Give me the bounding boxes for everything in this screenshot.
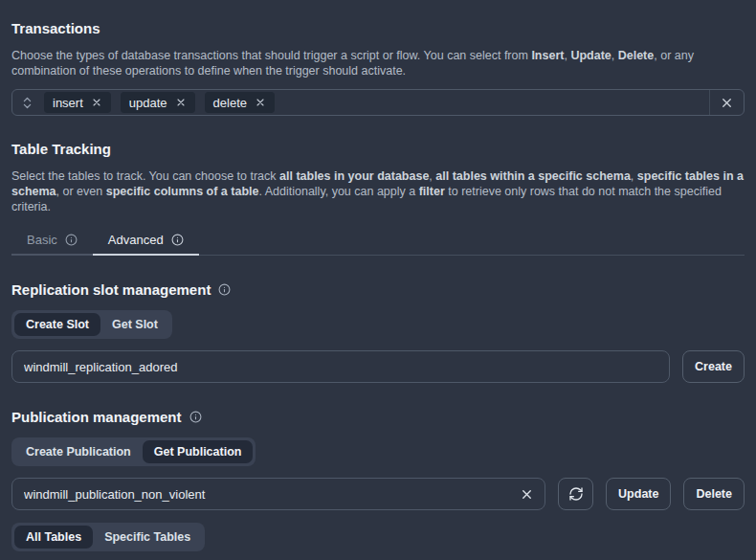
toggle-create-publication[interactable]: Create Publication xyxy=(14,440,143,463)
tab-label: Advanced xyxy=(108,233,164,247)
slot-mode-toggle: Create Slot Get Slot xyxy=(11,310,172,339)
tab-basic[interactable]: Basic xyxy=(11,229,93,256)
table-tracking-title: Table Tracking xyxy=(11,141,745,157)
tables-scope-toggle: All Tables Specific Tables xyxy=(11,523,205,551)
publication-mode-toggle: Create Publication Get Publication xyxy=(11,437,256,466)
info-icon[interactable] xyxy=(65,234,78,246)
tab-advanced[interactable]: Advanced xyxy=(93,229,199,256)
info-icon[interactable] xyxy=(171,234,184,246)
remove-tag-icon[interactable] xyxy=(255,97,266,108)
delete-publication-button[interactable]: Delete xyxy=(683,478,745,510)
transactions-title: Transactions xyxy=(11,0,745,36)
selected-tag-delete: delete xyxy=(205,92,275,113)
divider xyxy=(709,90,710,115)
refresh-publication-button[interactable] xyxy=(558,478,593,510)
toggle-get-publication[interactable]: Get Publication xyxy=(143,440,254,463)
table-tracking-tabs: Basic Advanced xyxy=(11,229,745,256)
publication-name-input-wrap xyxy=(11,478,545,510)
selected-tag-update: update xyxy=(121,92,195,113)
toggle-specific-tables[interactable]: Specific Tables xyxy=(93,526,202,549)
multiselect-indicators xyxy=(709,90,734,115)
info-icon[interactable] xyxy=(218,283,231,296)
replication-slot-title: Replication slot management xyxy=(11,281,211,298)
remove-tag-icon[interactable] xyxy=(91,97,102,108)
refresh-icon xyxy=(568,486,584,502)
update-publication-button[interactable]: Update xyxy=(606,478,671,510)
tab-label: Basic xyxy=(27,233,57,247)
tag-label: insert xyxy=(53,96,83,110)
clear-all-icon[interactable] xyxy=(720,96,734,110)
trigger-config-panel: Transactions Choose the types of databas… xyxy=(0,0,756,551)
toggle-get-slot[interactable]: Get Slot xyxy=(100,313,169,336)
create-slot-button[interactable]: Create xyxy=(682,350,745,383)
replication-slot-heading: Replication slot management xyxy=(11,281,745,298)
publication-heading: Publication management xyxy=(11,409,745,425)
table-tracking-description: Select the tables to track. You can choo… xyxy=(11,168,745,214)
transactions-description: Choose the types of database transaction… xyxy=(11,48,745,78)
chevrons-up-down-icon xyxy=(20,96,34,110)
clear-input-icon[interactable] xyxy=(520,487,534,502)
tag-label: update xyxy=(129,96,167,110)
publication-title: Publication management xyxy=(11,409,182,425)
publication-row: Update Delete xyxy=(11,478,745,510)
selected-tag-insert: insert xyxy=(44,92,111,113)
replication-slot-row: Create xyxy=(11,350,745,383)
toggle-create-slot[interactable]: Create Slot xyxy=(14,313,100,336)
transactions-multiselect[interactable]: insert update delete xyxy=(11,89,745,116)
remove-tag-icon[interactable] xyxy=(175,97,187,108)
info-icon[interactable] xyxy=(189,411,202,423)
replication-slot-name-input[interactable] xyxy=(11,350,670,383)
tag-label: delete xyxy=(213,96,247,110)
toggle-all-tables[interactable]: All Tables xyxy=(14,526,93,549)
publication-name-input[interactable] xyxy=(11,478,545,510)
